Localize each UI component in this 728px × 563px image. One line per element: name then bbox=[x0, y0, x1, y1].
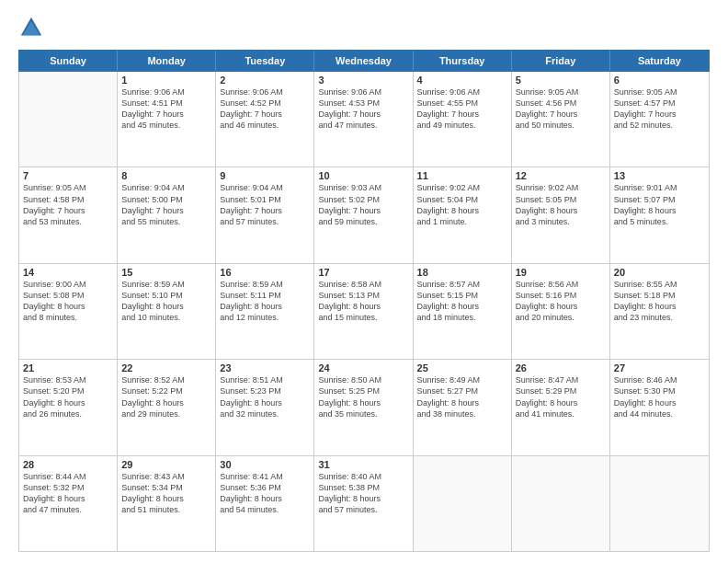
cell-info: Sunrise: 8:49 AM bbox=[417, 374, 507, 385]
cell-info: Sunrise: 9:05 AM bbox=[23, 182, 113, 193]
cell-info: Sunrise: 8:51 AM bbox=[220, 374, 310, 385]
cell-info: and 15 minutes. bbox=[318, 312, 408, 323]
cell-info: Sunrise: 8:41 AM bbox=[220, 471, 310, 482]
cell-info: Daylight: 8 hours bbox=[220, 493, 310, 504]
cell-info: Sunrise: 9:04 AM bbox=[121, 182, 211, 193]
calendar-cell: 24Sunrise: 8:50 AMSunset: 5:25 PMDayligh… bbox=[314, 360, 413, 454]
day-number: 7 bbox=[23, 170, 113, 181]
calendar-cell: 9Sunrise: 9:04 AMSunset: 5:01 PMDaylight… bbox=[216, 167, 314, 262]
calendar-cell: 15Sunrise: 8:59 AMSunset: 5:10 PMDayligh… bbox=[118, 264, 216, 359]
calendar-page: SundayMondayTuesdayWednesdayThursdayFrid… bbox=[0, 0, 728, 563]
cell-info: Sunset: 4:57 PM bbox=[614, 98, 705, 109]
day-number: 25 bbox=[417, 362, 507, 373]
cell-info: Sunset: 5:00 PM bbox=[121, 194, 211, 205]
cell-info: and 47 minutes. bbox=[23, 504, 113, 515]
cell-info: Daylight: 8 hours bbox=[220, 301, 310, 312]
cell-info: and 23 minutes. bbox=[614, 312, 705, 323]
cell-info: Sunrise: 9:05 AM bbox=[614, 86, 705, 98]
day-number: 29 bbox=[121, 459, 211, 470]
cell-info: Sunset: 5:18 PM bbox=[614, 290, 705, 301]
cell-info: Sunset: 5:16 PM bbox=[516, 290, 606, 301]
calendar-cell bbox=[512, 456, 610, 551]
cell-info: Sunrise: 8:57 AM bbox=[417, 279, 507, 290]
day-number: 6 bbox=[614, 75, 705, 86]
day-number: 10 bbox=[318, 170, 408, 181]
cell-info: and 32 minutes. bbox=[220, 408, 310, 419]
cell-info: Sunset: 5:08 PM bbox=[23, 290, 113, 301]
cell-info: Daylight: 7 hours bbox=[23, 205, 113, 216]
cell-info: Daylight: 8 hours bbox=[318, 397, 408, 408]
header-day: Saturday bbox=[610, 51, 709, 71]
cell-info: Daylight: 8 hours bbox=[220, 397, 310, 408]
calendar-row: 28Sunrise: 8:44 AMSunset: 5:32 PMDayligh… bbox=[19, 456, 709, 551]
cell-info: and 10 minutes. bbox=[121, 312, 211, 323]
cell-info: Sunrise: 9:01 AM bbox=[614, 182, 705, 193]
cell-info: Sunrise: 9:02 AM bbox=[417, 182, 507, 193]
cell-info: and 51 minutes. bbox=[121, 504, 211, 515]
cell-info: Sunset: 4:55 PM bbox=[417, 98, 507, 109]
cell-info: and 3 minutes. bbox=[516, 216, 606, 227]
cell-info: Sunrise: 9:04 AM bbox=[220, 182, 310, 193]
calendar-cell: 30Sunrise: 8:41 AMSunset: 5:36 PMDayligh… bbox=[216, 456, 314, 551]
day-number: 20 bbox=[614, 267, 705, 278]
day-number: 2 bbox=[220, 75, 310, 86]
cell-info: Sunrise: 9:06 AM bbox=[318, 86, 408, 98]
calendar-cell: 8Sunrise: 9:04 AMSunset: 5:00 PMDaylight… bbox=[118, 167, 216, 262]
header bbox=[18, 15, 710, 40]
cell-info: Sunset: 5:36 PM bbox=[220, 482, 310, 493]
cell-info: Sunset: 5:29 PM bbox=[516, 385, 606, 396]
cell-info: Sunset: 4:58 PM bbox=[23, 194, 113, 205]
calendar-cell: 17Sunrise: 8:58 AMSunset: 5:13 PMDayligh… bbox=[314, 264, 413, 359]
cell-info: Sunset: 5:22 PM bbox=[121, 385, 211, 396]
cell-info: Daylight: 7 hours bbox=[121, 205, 211, 216]
day-number: 12 bbox=[516, 170, 606, 181]
day-number: 13 bbox=[614, 170, 705, 181]
calendar-cell bbox=[610, 456, 709, 551]
cell-info: Sunrise: 8:56 AM bbox=[516, 279, 606, 290]
day-number: 27 bbox=[614, 362, 705, 373]
cell-info: and 35 minutes. bbox=[318, 408, 408, 419]
cell-info: Sunset: 5:34 PM bbox=[121, 482, 211, 493]
cell-info: Sunrise: 8:46 AM bbox=[614, 374, 705, 385]
cell-info: and 49 minutes. bbox=[417, 120, 507, 131]
calendar-row: 21Sunrise: 8:53 AMSunset: 5:20 PMDayligh… bbox=[19, 360, 709, 455]
logo bbox=[18, 15, 48, 40]
cell-info: Daylight: 8 hours bbox=[516, 205, 606, 216]
cell-info: and 44 minutes. bbox=[614, 408, 705, 419]
cell-info: and 20 minutes. bbox=[516, 312, 606, 323]
calendar-cell: 27Sunrise: 8:46 AMSunset: 5:30 PMDayligh… bbox=[610, 360, 709, 454]
day-number: 14 bbox=[23, 267, 113, 278]
cell-info: and 26 minutes. bbox=[23, 408, 113, 419]
cell-info: and 53 minutes. bbox=[23, 216, 113, 227]
cell-info: Sunrise: 8:43 AM bbox=[121, 471, 211, 482]
cell-info: Sunrise: 8:44 AM bbox=[23, 471, 113, 482]
calendar-cell: 4Sunrise: 9:06 AMSunset: 4:55 PMDaylight… bbox=[414, 72, 512, 167]
logo-icon bbox=[18, 15, 44, 40]
cell-info: Sunset: 5:20 PM bbox=[23, 385, 113, 396]
cell-info: Sunset: 5:11 PM bbox=[220, 290, 310, 301]
calendar-cell bbox=[19, 72, 118, 167]
cell-info: Daylight: 8 hours bbox=[417, 397, 507, 408]
cell-info: Sunrise: 9:02 AM bbox=[516, 182, 606, 193]
day-number: 24 bbox=[318, 362, 408, 373]
cell-info: Sunrise: 9:06 AM bbox=[121, 86, 211, 98]
cell-info: Sunset: 4:56 PM bbox=[516, 98, 606, 109]
cell-info: Sunset: 5:05 PM bbox=[516, 194, 606, 205]
calendar-cell: 29Sunrise: 8:43 AMSunset: 5:34 PMDayligh… bbox=[118, 456, 216, 551]
day-number: 31 bbox=[318, 459, 408, 470]
cell-info: Daylight: 7 hours bbox=[417, 109, 507, 120]
calendar-row: 1Sunrise: 9:06 AMSunset: 4:51 PMDaylight… bbox=[19, 72, 709, 167]
calendar-cell: 2Sunrise: 9:06 AMSunset: 4:52 PMDaylight… bbox=[216, 72, 314, 167]
day-number: 11 bbox=[417, 170, 507, 181]
cell-info: Sunrise: 9:05 AM bbox=[516, 86, 606, 98]
cell-info: Sunrise: 8:59 AM bbox=[220, 279, 310, 290]
header-day: Monday bbox=[118, 51, 216, 71]
cell-info: and 1 minute. bbox=[417, 216, 507, 227]
day-number: 22 bbox=[121, 362, 211, 373]
cell-info: Sunrise: 8:53 AM bbox=[23, 374, 113, 385]
cell-info: and 54 minutes. bbox=[220, 504, 310, 515]
cell-info: Sunrise: 8:55 AM bbox=[614, 279, 705, 290]
cell-info: Daylight: 7 hours bbox=[318, 109, 408, 120]
cell-info: and 50 minutes. bbox=[516, 120, 606, 131]
header-day: Tuesday bbox=[216, 51, 314, 71]
